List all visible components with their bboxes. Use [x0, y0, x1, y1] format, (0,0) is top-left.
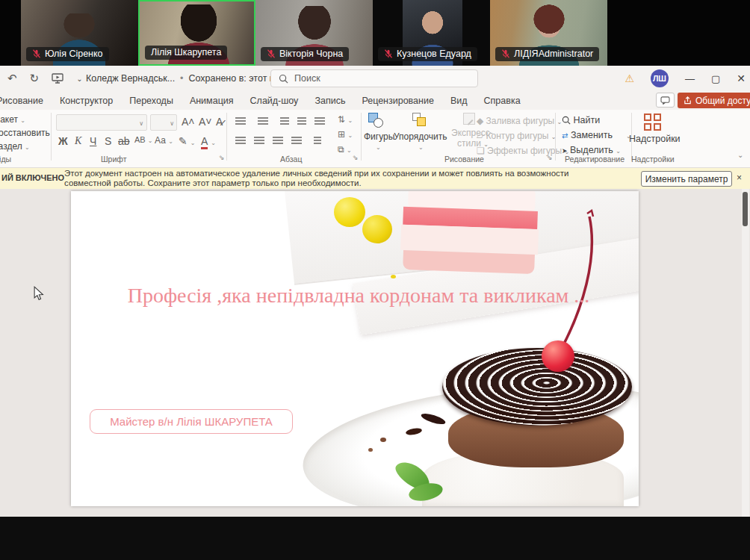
mic-off-icon: [267, 49, 276, 58]
slide-title[interactable]: Професія ,яка непідвладна кордонам та ви…: [112, 279, 605, 311]
warning-icon[interactable]: ⚠: [625, 72, 634, 84]
mic-off-icon: [501, 49, 510, 58]
chevron-down-icon: ∨: [139, 120, 143, 127]
privacy-info-bar: ИЙ ВКЛЮЧЕНО Этот документ настроен на ав…: [0, 168, 750, 189]
shapes-button[interactable]: Фигуры: [364, 131, 394, 142]
line-spacing-button[interactable]: [314, 117, 325, 125]
titlebar-right: ⚠ ЛШ — ▢ ✕: [625, 66, 746, 91]
text-direction-icon: ⇅: [338, 114, 345, 125]
chevron-down-icon: ⌄: [190, 140, 196, 146]
participant-name-pill: Вікторія Чорна: [261, 47, 349, 61]
change-setting-button[interactable]: Изменить параметр: [641, 171, 732, 187]
tab-drawing[interactable]: Рисование: [0, 96, 52, 106]
font-dialog-launcher[interactable]: ⇘: [219, 154, 225, 161]
font-name-select[interactable]: ∨: [56, 114, 147, 131]
participant-tile[interactable]: Вікторія Чорна: [255, 0, 373, 66]
tab-design[interactable]: Конструктор: [52, 96, 121, 106]
bold-button[interactable]: Ж: [58, 135, 68, 147]
slide-author-button[interactable]: Майстер в/н Лілія ШКАРУПЕТА: [90, 409, 293, 434]
shrink-font-button[interactable]: A˅: [199, 116, 212, 128]
tab-review[interactable]: Рецензирование: [353, 96, 442, 106]
participant-tile[interactable]: ЛІДІЯAdministrator: [490, 0, 607, 66]
arrange-button[interactable]: Упорядочить: [394, 131, 447, 142]
chevron-down-icon: ⌄: [347, 132, 353, 139]
character-spacing-button[interactable]: АВ ⌄: [134, 135, 152, 144]
tab-slideshow[interactable]: Слайд-шоу: [242, 96, 307, 106]
tab-help[interactable]: Справка: [476, 96, 529, 106]
tab-record[interactable]: Запись: [306, 96, 353, 106]
align-right-button[interactable]: [273, 137, 283, 145]
align-left-button[interactable]: [235, 137, 246, 145]
ribbon-divider: [226, 113, 227, 161]
align-text-button[interactable]: ⊞ ⌄: [338, 129, 353, 140]
crumb: [368, 448, 373, 452]
chevron-down-icon: ⌄: [347, 147, 352, 154]
shape-fill-button[interactable]: ◆ Заливка фигуры ⌄: [477, 116, 562, 126]
addins-button[interactable]: Надстройки: [629, 134, 681, 144]
font-size-select[interactable]: ∨: [150, 114, 177, 131]
paragraph-dialog-launcher[interactable]: ⇘: [353, 154, 359, 161]
share-access-button[interactable]: Общий доступ ∨: [678, 93, 750, 108]
participant-tile[interactable]: Юлія Сіренко: [21, 0, 138, 66]
smartart-button[interactable]: ⧉ ⌄: [338, 144, 352, 155]
minimize-button[interactable]: —: [685, 73, 695, 84]
grow-font-button[interactable]: A˄: [182, 116, 195, 128]
maximize-button[interactable]: ▢: [711, 73, 720, 84]
scrollbar[interactable]: [742, 189, 749, 517]
find-icon: [562, 116, 571, 125]
chevron-down-icon: ⌄: [418, 144, 424, 151]
underline-button[interactable]: Ч: [90, 135, 96, 147]
doc-name[interactable]: Коледж Вернадськ...: [86, 73, 175, 84]
ribbon-divider: [361, 113, 362, 161]
customize-qat-icon[interactable]: ⌄: [76, 75, 82, 83]
highlight-pen-button[interactable]: ✎ ⌄: [179, 135, 195, 147]
collapse-ribbon-icon[interactable]: ⌄: [737, 151, 743, 159]
bullets-button[interactable]: [235, 117, 246, 125]
font-color-button[interactable]: А ⌄: [201, 135, 216, 147]
paragraph-group-label: Абзац: [280, 155, 302, 164]
align-text-icon: ⊞: [338, 129, 345, 140]
scrollbar-thumb[interactable]: [743, 192, 748, 226]
reset-button[interactable]: Восстановить: [0, 128, 50, 138]
participant-tile-active[interactable]: Лілія Шкарупета: [138, 0, 255, 66]
layout-button[interactable]: Макет ⌄: [0, 114, 25, 125]
tab-animations[interactable]: Анимация: [182, 96, 242, 106]
shape-outline-button[interactable]: ▱ Контур фигуры ⌄: [477, 131, 557, 141]
text-direction-button[interactable]: ⇅ ⌄: [338, 114, 353, 125]
search-input[interactable]: Поиск: [270, 69, 478, 87]
drawing-dialog-launcher[interactable]: ⇘: [547, 154, 553, 161]
align-center-button[interactable]: [254, 137, 264, 145]
tab-view[interactable]: Вид: [442, 96, 476, 106]
strikethrough-button[interactable]: ab: [118, 135, 130, 147]
columns-button[interactable]: [314, 137, 321, 145]
italic-button[interactable]: К: [75, 135, 81, 147]
close-button[interactable]: ✕: [737, 72, 746, 84]
increase-indent-button[interactable]: [297, 117, 306, 125]
font-group-label: Шрифт: [101, 155, 127, 164]
tab-transitions[interactable]: Переходы: [121, 96, 182, 106]
section-button[interactable]: Раздел ⌄: [0, 141, 30, 152]
smartart-icon: ⧉: [338, 144, 344, 155]
shape-fill-icon: ◆: [477, 116, 483, 126]
find-button[interactable]: Найти: [562, 115, 600, 125]
slideshow-icon[interactable]: [52, 73, 63, 84]
text-shadow-button[interactable]: S: [105, 135, 111, 147]
decrease-indent-button[interactable]: [280, 117, 289, 125]
redo-icon[interactable]: ↻: [30, 72, 40, 85]
avatar[interactable]: ЛШ: [651, 69, 669, 87]
clear-formatting-button[interactable]: A̷: [216, 116, 223, 128]
close-info-bar-icon[interactable]: ×: [737, 172, 742, 183]
comments-button[interactable]: [656, 93, 675, 108]
video-strip: Юлія Сіренко Лілія Шкарупета Вікторія Чо…: [0, 0, 750, 66]
replace-button[interactable]: ⇄ Заменить: [562, 130, 613, 140]
share-icon: [684, 96, 692, 105]
undo-icon[interactable]: ↶: [7, 72, 17, 85]
addins-group-label: Надстройки: [631, 155, 675, 164]
participant-tile[interactable]: Кузнецов Едуард: [373, 0, 490, 66]
change-case-button[interactable]: Аа ⌄: [155, 135, 173, 146]
numbering-button[interactable]: [258, 117, 268, 125]
slide-canvas[interactable]: Професія ,яка непідвладна кордонам та ви…: [71, 191, 639, 506]
mic-off-icon: [32, 49, 41, 58]
select-button[interactable]: ➤ Выделить ⌄: [562, 145, 621, 155]
justify-button[interactable]: [291, 137, 302, 145]
